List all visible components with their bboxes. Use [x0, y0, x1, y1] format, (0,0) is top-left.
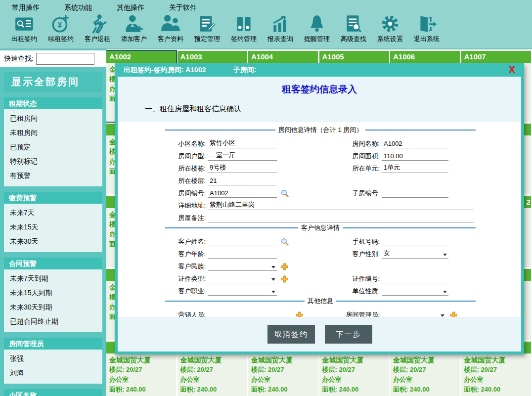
plus-icon[interactable]: [281, 263, 288, 270]
cancel-sign-button[interactable]: 取消签约: [267, 325, 315, 344]
field-dropdown[interactable]: [382, 287, 448, 296]
field-label: 小区名称:: [165, 139, 206, 148]
toolbar-button-system-settings[interactable]: 系统设置: [372, 13, 408, 44]
field-dropdown[interactable]: 女: [382, 250, 448, 259]
sidebar-section: 缴费预警未来7天未来15天未来30天: [4, 192, 102, 252]
room-card-line: 楼层: 20/27: [251, 365, 315, 375]
sidebar-item[interactable]: 已超合同终止期: [10, 314, 102, 329]
sidebar-item[interactable]: 有预警: [10, 169, 102, 183]
field-input[interactable]: [208, 250, 277, 259]
field-value: [382, 282, 384, 283]
toolbar-button-customer-checkout[interactable]: 客户退租: [79, 13, 116, 44]
toolbar-button-label: 报表查询: [267, 35, 293, 44]
dialog-titlebar: 出租签约-签约房间: A1002 子房间: X: [118, 63, 521, 77]
field-input[interactable]: 紫荆山路二里岗: [208, 201, 474, 210]
form-field-row: 房间编号:A1002: [165, 189, 339, 198]
field-input[interactable]: 二室一厅: [208, 152, 277, 161]
chevron-down-icon[interactable]: [271, 266, 275, 268]
sidebar-item[interactable]: 已预定: [10, 140, 102, 154]
field-input[interactable]: 紫竹小区: [208, 139, 277, 148]
toolbar-button-customer-info[interactable]: 客户资料: [152, 13, 189, 44]
advanced-search-icon: [343, 13, 364, 35]
room-card-title[interactable]: A1004: [248, 51, 318, 63]
field-input[interactable]: [382, 189, 448, 198]
sidebar-section-title: 缴费预警: [4, 192, 102, 204]
field-dropdown[interactable]: [208, 274, 277, 283]
search-icon[interactable]: [281, 238, 289, 246]
room-card-title[interactable]: A1006: [390, 51, 460, 63]
chevron-down-icon[interactable]: [271, 291, 275, 293]
form-field-row: 详细地址:紫荆山路二里岗: [165, 201, 474, 210]
field-dropdown[interactable]: [208, 287, 277, 296]
add-customer-icon: [123, 13, 145, 35]
field-value: [382, 295, 384, 295]
room-card-title[interactable]: A1007: [461, 51, 531, 63]
next-step-button[interactable]: 下一步: [325, 325, 372, 344]
sidebar-item[interactable]: 未来7天到期: [10, 271, 102, 286]
sidebar-item[interactable]: 刘海: [10, 366, 102, 380]
form-field-row: 客户年龄:: [165, 250, 339, 259]
sidebar-item[interactable]: 未来15天: [10, 220, 102, 234]
room-card-line: 办公室: [464, 375, 528, 385]
menu-item-1[interactable]: 常用操作: [12, 3, 40, 12]
field-input[interactable]: A1002: [382, 139, 448, 148]
system-settings-icon: [379, 13, 401, 35]
toolbar-button-label: 续租签约: [48, 35, 74, 44]
sidebar-item[interactable]: 未来15天到期: [10, 286, 102, 300]
sidebar-item[interactable]: 未租房间: [10, 126, 102, 140]
room-card-title[interactable]: A1003: [177, 51, 247, 63]
sidebar-item[interactable]: 未来7天: [10, 206, 102, 220]
toolbar-button-advanced-search[interactable]: 高级查找: [335, 13, 372, 44]
sidebar-item[interactable]: 未来30天到期: [10, 300, 102, 314]
menu-item-4[interactable]: 关于软件: [169, 3, 197, 12]
field-label: 证件类型:: [165, 274, 206, 283]
toolbar-button-reminder-manage[interactable]: 提醒管理: [299, 13, 335, 44]
chevron-down-icon[interactable]: [271, 278, 275, 281]
sidebar-item[interactable]: 未来30天: [10, 234, 102, 249]
field-input[interactable]: [382, 237, 448, 246]
field-input[interactable]: [208, 214, 474, 222]
form-row: 所在楼栋:9号楼所在单元:1单元: [118, 161, 521, 173]
close-icon[interactable]: X: [509, 65, 515, 75]
toolbar-button-add-customer[interactable]: 添加客户: [116, 13, 152, 44]
menu-item-2[interactable]: 系统功能: [64, 3, 92, 12]
field-input[interactable]: 110.00: [382, 152, 448, 161]
toolbar-button-label: 高级查找: [341, 35, 366, 44]
toolbar-button-exit-system[interactable]: 退出系统: [408, 13, 445, 44]
room-card-line: 面积: 240.00: [464, 385, 528, 395]
show-all-rooms-button[interactable]: 显示全部房间: [4, 72, 102, 91]
field-input[interactable]: [382, 274, 448, 283]
field-value: 女: [382, 249, 390, 258]
sidebar-section-title: 小区名称: [4, 389, 102, 396]
field-input[interactable]: 1单元: [382, 164, 448, 173]
form-field-row: 房间面积:110.00: [339, 152, 448, 161]
toolbar-button-contract-manage[interactable]: 签约管理: [225, 13, 262, 44]
search-icon[interactable]: [281, 189, 289, 197]
chevron-down-icon[interactable]: [443, 291, 447, 293]
field-label: 房屋备注:: [165, 214, 206, 222]
toolbar-button-contract-sign[interactable]: 出租签约: [6, 13, 43, 44]
field-input[interactable]: [208, 237, 277, 246]
toolbar-button-renew-sign[interactable]: ¥续租签约: [43, 13, 79, 44]
room-card-title[interactable]: A1005: [319, 51, 389, 63]
room-card-title[interactable]: A1002: [106, 51, 176, 63]
sidebar-item[interactable]: 已租房间: [10, 111, 102, 126]
form-field-row: 所在单元:1单元: [339, 164, 448, 173]
field-input[interactable]: A1002: [208, 189, 277, 198]
plus-icon[interactable]: [281, 275, 288, 283]
toolbar-button-report-query[interactable]: 报表查询: [262, 13, 299, 44]
sidebar-item[interactable]: 张强: [10, 352, 102, 366]
form-field-row: 客户民族:: [165, 262, 339, 271]
field-dropdown[interactable]: [208, 262, 277, 271]
booking-manage-icon: [196, 13, 218, 35]
field-input[interactable]: 9号楼: [208, 164, 277, 173]
field-input[interactable]: 21: [208, 176, 277, 185]
menu-item-3[interactable]: 其他操作: [117, 3, 144, 12]
sidebar-section: 房间管理员张强刘海: [4, 338, 102, 384]
quick-search-input[interactable]: [36, 53, 94, 65]
reminder-manage-icon: [306, 13, 328, 35]
toolbar-button-booking-manage[interactable]: 预定管理: [189, 13, 225, 44]
chevron-down-icon[interactable]: [443, 254, 447, 256]
field-label: 单位性质:: [339, 287, 380, 296]
sidebar-item[interactable]: 特别标记: [10, 154, 102, 169]
